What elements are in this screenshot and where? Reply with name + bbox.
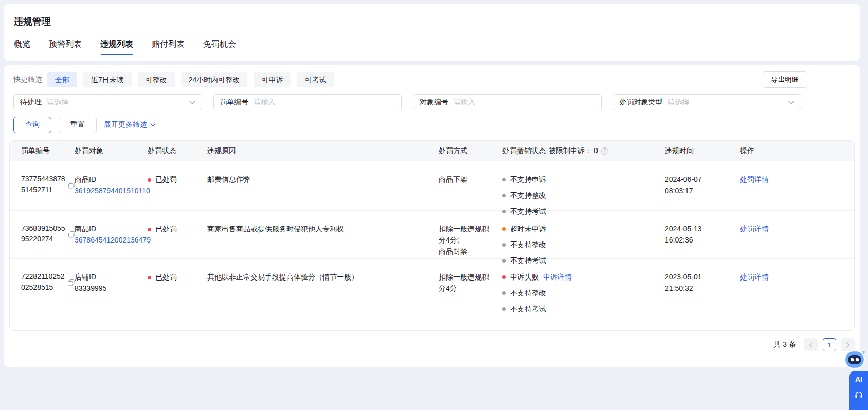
revoke-cell: 超时未申诉 不支持整改 不支持考试 (502, 223, 665, 271)
time-cell: 2023-05-01 21:50:32 (665, 271, 740, 294)
penalty-detail-link[interactable]: 处罚详情 (740, 175, 769, 183)
ticket-number: 73775443878 (21, 174, 65, 184)
revoke-dot-icon (502, 210, 506, 213)
revoke-dot-icon (502, 307, 506, 311)
target-cell: 商品ID 3619258794401510110 (75, 174, 148, 196)
revoke-item: 超时未申诉 (510, 223, 546, 234)
revoke-item: 不支持整改 (510, 190, 546, 201)
revoke-dot-icon (502, 291, 506, 295)
tab-violation-list[interactable]: 违规列表 (100, 39, 133, 57)
tab-penalty-exemption[interactable]: 免罚机会 (203, 39, 236, 57)
export-detail-button[interactable]: 导出明细 (763, 71, 807, 88)
revoke-item: 不支持整改 (510, 239, 546, 250)
divider (854, 387, 863, 387)
tab-overview[interactable]: 概览 (14, 39, 30, 57)
header-reason: 违规原因 (207, 146, 439, 156)
target-cell: 店铺ID 83339995 (75, 271, 148, 294)
revoke-status-label: 处罚撤销状态 (502, 146, 546, 156)
header-penalty: 处罚方式 (439, 146, 502, 156)
tab-warning-list[interactable]: 预警列表 (49, 39, 82, 57)
chevron-down-icon (150, 123, 156, 127)
violation-time: 08:03:17 (665, 185, 733, 196)
search-button[interactable]: 查询 (13, 117, 51, 133)
pending-select-placeholder: 请选择 (47, 98, 189, 107)
violation-date: 2024-05-13 (665, 223, 733, 234)
status-cell: 已处罚 (148, 271, 207, 283)
penalty-cell: 商品下架 (439, 174, 502, 185)
status-badge: 已处罚 (155, 175, 177, 183)
chip-appealable[interactable]: 可申诉 (254, 72, 291, 87)
header-target: 处罚对象 (75, 146, 148, 156)
reset-button[interactable]: 重置 (59, 117, 97, 133)
violation-date: 2024-06-07 (665, 174, 733, 185)
appeal-detail-link[interactable]: 申诉详情 (543, 271, 572, 283)
copy-icon[interactable] (68, 182, 75, 189)
revoke-dot-icon (502, 243, 506, 247)
pending-select[interactable]: 待处理 请选择 (13, 94, 202, 110)
chip-rectifiable-24h[interactable]: 24小时内可整改 (181, 72, 248, 87)
tab-bar: 概览 预警列表 违规列表 赔付列表 免罚机会 (14, 39, 860, 57)
reason-cell: 商家出售商品或提供服务时侵犯他人专利权 (207, 223, 439, 234)
reason-cell: 邮费信息作弊 (207, 174, 439, 185)
revoke-item: 不支持考试 (510, 303, 546, 314)
revoke-item: 申诉失败 (510, 271, 539, 283)
expand-more-filters-link[interactable]: 展开更多筛选 (104, 120, 156, 129)
operation-cell: 处罚详情 (740, 174, 843, 185)
prev-page-button[interactable] (804, 338, 818, 351)
target-type-label: 处罚对象类型 (620, 98, 663, 107)
ticket-number: 72282110252 (21, 271, 65, 282)
violation-date: 2023-05-01 (665, 271, 733, 283)
page-title: 违规管理 (14, 15, 860, 28)
headset-icon[interactable] (855, 390, 863, 399)
page-number-button[interactable]: 1 (823, 338, 836, 351)
chip-all[interactable]: 全部 (47, 72, 77, 87)
pending-select-label: 待处理 (20, 98, 42, 107)
target-id-link[interactable]: 3678645412002136479 (75, 234, 140, 246)
operation-cell: 处罚详情 (740, 223, 843, 234)
ticket-number-input[interactable]: 罚单编号 请输入 (213, 94, 402, 110)
ticket-number-label: 罚单编号 (220, 98, 249, 107)
help-icon[interactable] (601, 147, 608, 155)
quick-filter-label: 快捷筛选 (13, 75, 42, 84)
tab-compensation-list[interactable]: 赔付列表 (152, 39, 185, 57)
header-time: 违规时间 (665, 146, 740, 156)
time-cell: 2024-06-07 08:03:17 (665, 174, 740, 196)
header-ticket-no: 罚单编号 (21, 146, 75, 156)
table-row: 73683915055 95220274 商品ID 36786454120021… (10, 211, 854, 259)
target-type: 商品ID (75, 174, 140, 185)
pagination: 共 3 条 1 (9, 338, 855, 351)
ticket-number: 95220274 (21, 234, 65, 245)
revoke-cell: 申诉失败 申诉详情 不支持整改 不支持考试 (502, 271, 665, 319)
target-type: 店铺ID (75, 271, 140, 283)
header-operation: 操作 (740, 146, 843, 156)
time-cell: 2024-05-13 16:02:36 (665, 223, 740, 246)
revoke-dot-icon (502, 194, 506, 197)
object-number-input[interactable]: 对象编号 请输入 (413, 94, 602, 110)
status-dot-icon (148, 276, 151, 279)
robot-icon[interactable] (843, 348, 867, 372)
copy-icon[interactable] (68, 231, 75, 238)
quick-filter-bar: 快捷筛选 全部 近7日未读 可整改 24小时内可整改 可申诉 可考试 导出明细 (9, 71, 855, 88)
ticket-number-cell: 73683915055 95220274 (21, 223, 75, 245)
limited-appeal-link[interactable]: 被限制申诉： 0 (549, 146, 598, 156)
penalty-detail-link[interactable]: 处罚详情 (740, 273, 769, 281)
revoke-cell: 不支持申诉 不支持整改 不支持考试 (502, 174, 665, 221)
copy-icon[interactable] (68, 279, 75, 286)
penalty-detail-link[interactable]: 处罚详情 (740, 225, 769, 233)
main-panel: 快捷筛选 全部 近7日未读 可整改 24小时内可整改 可申诉 可考试 导出明细 … (4, 65, 860, 367)
target-id-link[interactable]: 3619258794401510110 (75, 185, 140, 196)
chip-examable[interactable]: 可考试 (297, 72, 334, 87)
target-type-select[interactable]: 处罚对象类型 请选择 (613, 94, 802, 110)
table-row: 73775443878 51452711 商品ID 36192587944015… (10, 161, 854, 211)
ai-assistant-widget[interactable]: AI (843, 367, 868, 410)
chip-rectifiable[interactable]: 可整改 (138, 72, 175, 87)
penalty-line: 商品下架 (439, 174, 495, 185)
chevron-down-icon (189, 101, 195, 104)
ticket-number: 51452711 (21, 184, 65, 195)
chip-unread-7d[interactable]: 近7日未读 (83, 72, 132, 87)
ai-panel[interactable]: AI (849, 371, 868, 410)
revoke-dot-icon (502, 178, 506, 181)
revoke-dot-icon (502, 259, 506, 263)
operation-cell: 处罚详情 (740, 271, 843, 283)
status-badge: 已处罚 (155, 273, 177, 281)
